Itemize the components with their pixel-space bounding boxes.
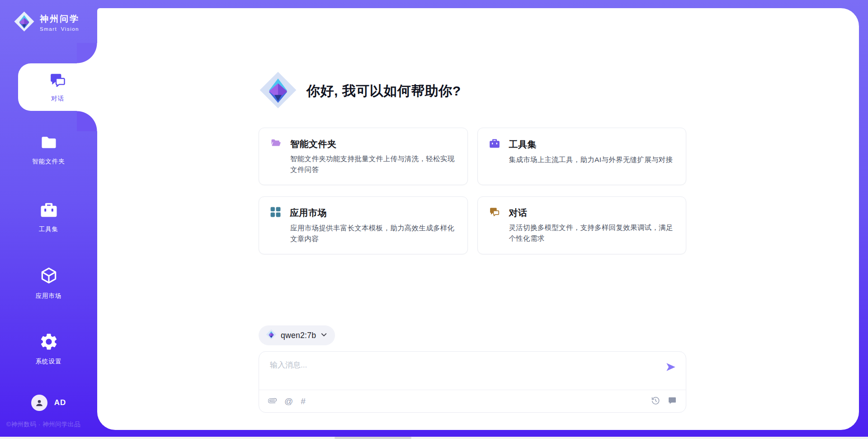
card-description: 应用市场提供丰富长文本模板，助力高效生成多样化文章内容 [290,223,457,244]
hashtag-button[interactable]: # [301,397,306,406]
tab-fillet-bottom [77,111,97,131]
card-description: 集成市场上主流工具，助力AI与外界无缝扩展与对接 [509,154,675,165]
message-composer: @ # [259,351,686,413]
card-description: 灵活切换多模型文件，支持多样回复效果调试，满足个性化需求 [509,222,675,244]
brand-name-cn: 神州问学 [40,13,80,25]
folder-icon [39,134,59,153]
grid-icon [270,206,281,220]
history-icon [651,396,660,406]
gear-icon [39,332,59,353]
sidebar-item-app-market[interactable]: 应用市场 [0,266,97,300]
sidebar-item-label: 应用市场 [36,292,62,300]
message-icon [668,396,677,406]
card-title: 智能文件夹 [290,138,337,150]
card-app-market[interactable]: 应用市场 应用市场提供丰富长文本模板，助力高效生成多样化文章内容 [259,196,468,254]
main-panel: 你好, 我可以如何帮助你? 智能文件夹 智能文件夹功能支持批量文件上传与清洗，轻… [97,8,859,430]
horizontal-scrollbar[interactable] [0,437,868,439]
chat-icon [48,72,67,91]
brand-name-en: Smart Vision [40,26,80,32]
toolbox-icon [39,200,59,221]
diamond-logo-icon [259,71,297,111]
sidebar-item-label: 工具集 [39,225,59,234]
chevron-down-icon [320,331,328,340]
copyright-footer: ©神州数码 · 神州问学出品 [6,420,80,429]
sidebar-item-label: 智能文件夹 [32,157,65,166]
greeting-block: 你好, 我可以如何帮助你? [259,71,686,111]
sidebar-item-chat[interactable]: 对话 [18,63,97,111]
user-name: AD [54,398,66,407]
greeting-title: 你好, 我可以如何帮助你? [307,82,461,100]
app-root: 神州问学 Smart Vision 对话 智能文件夹 [0,0,868,439]
mention-icon: @ [284,397,293,406]
folder-open-icon [270,138,282,150]
brand-logo: 神州问学 Smart Vision [14,11,80,34]
card-toolset[interactable]: 工具集 集成市场上主流工具，助力AI与外界无缝扩展与对接 [477,128,687,185]
history-button[interactable] [651,396,660,406]
message-button[interactable] [668,396,677,406]
send-button[interactable] [665,361,677,373]
card-title: 工具集 [509,138,537,151]
diamond-logo-icon [266,329,277,342]
sidebar-item-toolset[interactable]: 工具集 [0,200,97,234]
model-selector[interactable]: qwen2:7b [259,325,335,345]
sidebar-item-settings[interactable]: 系统设置 [0,332,97,366]
mention-button[interactable]: @ [284,397,293,406]
card-chat[interactable]: 对话 灵活切换多模型文件，支持多样回复效果调试，满足个性化需求 [477,196,687,254]
feature-cards: 智能文件夹 智能文件夹功能支持批量文件上传与清洗，轻松实现文件问答 [259,128,686,254]
attach-button[interactable] [268,396,277,406]
diamond-logo-icon [14,11,35,34]
cube-icon [39,266,59,288]
sidebar-item-label: 对话 [51,95,64,103]
card-description: 智能文件夹功能支持批量文件上传与清洗，轻松实现文件问答 [290,153,457,175]
model-name: qwen2:7b [281,331,316,340]
scrollbar-thumb[interactable] [335,437,411,439]
chat-icon [489,206,500,219]
sidebar-item-smart-folder[interactable]: 智能文件夹 [0,134,97,166]
card-title: 应用市场 [290,207,327,219]
toolbox-icon [489,138,500,151]
message-input[interactable] [269,359,660,386]
hashtag-icon: # [301,397,306,406]
sidebar-item-label: 系统设置 [36,358,62,366]
send-icon [665,367,677,374]
card-smart-folder[interactable]: 智能文件夹 智能文件夹功能支持批量文件上传与清洗，轻松实现文件问答 [259,128,468,185]
attach-icon [268,396,277,406]
user-profile[interactable]: AD [0,395,97,411]
tab-fillet-top [77,43,97,63]
avatar [31,395,47,411]
card-title: 对话 [509,207,528,219]
